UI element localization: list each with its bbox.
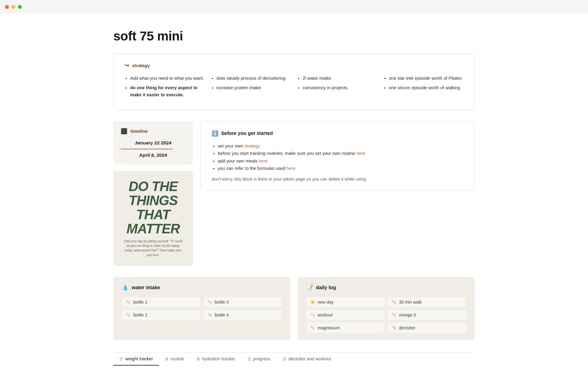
daily-item-magnesium-label: magnesium <box>318 325 340 330</box>
motivation-card: DO THETHINGSTHATMATTER Start your day by… <box>113 171 193 266</box>
bottom-section: 💧 water intake 🫗 bottle 1 🫗 bottle 3 🫗 b… <box>113 277 475 340</box>
info-item-2: before you start tracking routines, make… <box>218 150 463 157</box>
edit-icon: 📝 <box>306 284 313 291</box>
daily-log-card: 📝 daily log ☀️ new day 🫗 30 min walk 🫗 w… <box>298 277 475 340</box>
magnesium-icon: 🫗 <box>310 325 315 330</box>
bottle-2-label: bottle 2 <box>133 312 147 317</box>
water-drop-icon: 💧 <box>122 284 129 291</box>
strategy-item: increase protein intake <box>217 84 291 91</box>
strategy-header: ↪ strategy <box>125 62 463 69</box>
routine-tab-icon: ⊞ <box>165 357 168 361</box>
daily-item-new-day[interactable]: ☀️ new day <box>306 297 385 307</box>
strategy-link[interactable]: strategy <box>244 144 260 148</box>
daily-log-header: 📝 daily log <box>306 284 466 291</box>
tab-progress-label: progress <box>253 356 270 361</box>
strategy-col-4: one star trek episode worth of Pilates o… <box>383 75 464 101</box>
bottle-grid: 🫗 bottle 1 🫗 bottle 3 🫗 bottle 2 🫗 bottl… <box>122 297 282 320</box>
page-content: soft 75 mini ↪ strategy Add what you nee… <box>95 13 493 368</box>
minimize-button[interactable] <box>11 5 15 9</box>
close-button[interactable] <box>5 5 9 9</box>
info-label: before you get started <box>221 131 273 136</box>
tab-weight-tracker-label: weight tracker <box>125 356 153 361</box>
daily-item-declutter[interactable]: 🫗 declutter <box>388 323 466 333</box>
bottle-drop-icon-1: 🫗 <box>126 300 131 305</box>
daily-grid: ☀️ new day 🫗 30 min walk 🫗 workout 🫗 ome… <box>306 297 466 333</box>
strategy-item: consistency in projects. <box>303 84 377 91</box>
timeline-start-date: January 22 2024 <box>121 140 186 146</box>
mid-section: ⬛ timeline January 22 2024 April 6, 2024… <box>113 121 475 266</box>
info-header: ℹ️ before you get started <box>212 130 463 137</box>
strategy-columns: Add what you need to what you want. do o… <box>125 75 463 101</box>
info-icon: ℹ️ <box>212 130 218 137</box>
page-title: soft 75 mini <box>113 29 475 44</box>
bottle-drop-icon-3: 🫗 <box>207 300 212 305</box>
timeline-icon: ⬛ <box>121 128 127 135</box>
tab-routine[interactable]: ⊞ routine <box>159 353 190 366</box>
tab-declutter-workout[interactable]: ☰ declutter and workout <box>277 353 337 366</box>
bottle-2[interactable]: 🫗 bottle 2 <box>122 310 200 320</box>
timeline-header: ⬛ timeline <box>121 128 186 135</box>
strategy-item: one sitcom episode worth of walking <box>389 84 464 91</box>
timeline-end-date: April 6, 2024 <box>121 152 186 158</box>
water-intake-header: 💧 water intake <box>122 284 282 291</box>
daily-item-workout-label: workout <box>318 312 333 317</box>
bottle-4[interactable]: 🫗 bottle 4 <box>203 310 282 320</box>
daily-item-30-min-walk[interactable]: 🫗 30 min walk <box>388 297 466 307</box>
titlebar <box>0 0 588 13</box>
water-intake-card: 💧 water intake 🫗 bottle 1 🫗 bottle 3 🫗 b… <box>113 277 290 340</box>
tab-declutter-label: declutter and workout <box>288 356 331 361</box>
bottle-1-label: bottle 1 <box>133 300 147 305</box>
formulas-link[interactable]: here <box>286 166 295 171</box>
motivation-text: DO THETHINGSTHATMATTER <box>126 179 180 236</box>
bottle-drop-icon-2: 🫗 <box>126 312 131 317</box>
info-item-3: add your own meals here <box>218 157 463 165</box>
sun-icon: ☀️ <box>310 300 315 305</box>
walk-icon: 🫗 <box>391 300 397 305</box>
timeline-card: ⬛ timeline January 22 2024 April 6, 2024 <box>113 121 193 165</box>
strategy-item: one star trek episode worth of Pilates <box>389 75 464 82</box>
daily-item-omega3[interactable]: 🫗 omega 3 <box>388 310 466 320</box>
info-card: ℹ️ before you get started set your own s… <box>200 121 475 191</box>
daily-item-workout[interactable]: 🫗 workout <box>306 310 385 320</box>
strategy-card: ↪ strategy Add what you need to what you… <box>113 53 475 110</box>
strategy-icon: ↪ <box>125 62 129 69</box>
omega3-icon: 🫗 <box>391 312 397 317</box>
progress-tab-icon: ☰ <box>247 357 251 361</box>
strategy-col-2: slow steady process of decluttering. inc… <box>211 75 291 101</box>
declutter-tab-icon: ☰ <box>283 357 286 361</box>
tabs-bar: ☰ weight tracker ⊞ routine ⊞ hydration t… <box>113 352 475 366</box>
daily-item-new-day-label: new day <box>318 300 334 305</box>
declutter-icon: 🫗 <box>391 325 397 330</box>
info-item-4: you can refer to the formulas used here. <box>218 165 463 172</box>
strategy-label: strategy <box>132 63 150 68</box>
daily-item-magnesium[interactable]: 🫗 magnesium <box>306 323 385 333</box>
strategy-item: 2l water intake <box>303 75 377 82</box>
bottle-3-label: bottle 3 <box>215 300 229 305</box>
hydration-tab-icon: ⊞ <box>197 357 200 361</box>
strategy-item: slow steady process of decluttering. <box>217 75 291 82</box>
bottle-3[interactable]: 🫗 bottle 3 <box>203 297 282 307</box>
info-item-1: set your own strategy <box>218 142 463 150</box>
tab-weight-tracker[interactable]: ☰ weight tracker <box>113 353 159 366</box>
bottle-1[interactable]: 🫗 bottle 1 <box>122 297 200 307</box>
info-note: don't worry, this block is there in your… <box>212 177 463 182</box>
maximize-button[interactable] <box>18 5 22 9</box>
meals-link[interactable]: here <box>259 159 268 163</box>
daily-item-omega3-label: omega 3 <box>399 312 416 317</box>
routine-link[interactable]: here <box>356 151 365 156</box>
bottle-drop-icon-4: 🫗 <box>207 312 212 317</box>
tab-progress[interactable]: ☰ progress <box>241 353 277 366</box>
weight-tracker-tab-icon: ☰ <box>119 357 123 361</box>
tab-hydration-label: hydration tracker <box>202 356 235 361</box>
workout-icon: 🫗 <box>310 312 315 317</box>
timeline-label: timeline <box>130 128 148 134</box>
tab-routine-label: routine <box>171 356 184 361</box>
strategy-item: Add what you need to what you want. <box>130 75 205 82</box>
daily-log-label: daily log <box>316 285 336 290</box>
daily-item-walk-label: 30 min walk <box>399 300 422 305</box>
tab-hydration-tracker[interactable]: ⊞ hydration tracker <box>190 353 241 366</box>
strategy-col-1: Add what you need to what you want. do o… <box>125 75 205 101</box>
info-list: set your own strategy before you start t… <box>212 142 463 173</box>
strategy-item: do one thing for every aspect to make it… <box>130 84 205 98</box>
strategy-col-3: 2l water intake consistency in projects. <box>297 75 377 101</box>
